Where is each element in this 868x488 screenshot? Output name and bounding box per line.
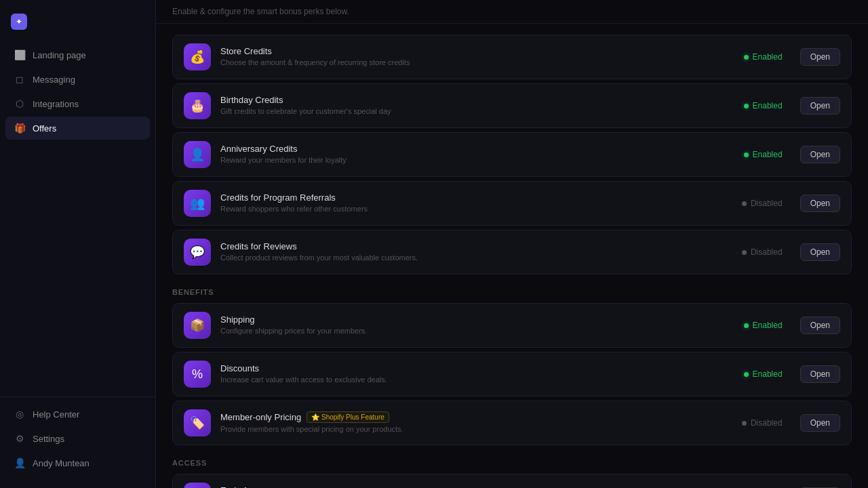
referral-credits-info: Credits for Program ReferralsReward shop… [220, 192, 719, 214]
early-access-icon: ⚡ [184, 483, 211, 488]
sidebar-item-help-center[interactable]: ◎ Help Center [5, 403, 150, 426]
access-list: ⚡Early AccessGive members the first pass… [172, 474, 852, 488]
anniversary-credits-title: Anniversary Credits [220, 144, 719, 154]
discounts-info: DiscountsIncrease cart value with access… [220, 363, 719, 385]
member-pricing-info: Member-only Pricing⭐ Shopify Plus Featur… [220, 411, 719, 434]
sidebar-item-label: Offers [33, 123, 56, 134]
birthday-credits-icon: 🎂 [184, 92, 211, 119]
access-section-header: ACCESS [172, 459, 852, 467]
referral-credits-desc: Reward shoppers who refer other customer… [220, 204, 719, 214]
benefits-list: 📦ShippingConfigure shipping prices for y… [172, 303, 852, 445]
birthday-credits-title: Birthday Credits [220, 95, 719, 105]
sidebar-item-label: Messaging [33, 75, 75, 85]
anniversary-credits-icon: 👤 [184, 141, 211, 168]
review-credits-status-dot [742, 250, 747, 255]
member-pricing-shopify-badge: ⭐ Shopify Plus Feature [307, 411, 389, 423]
sidebar-nav: ⬜ Landing page ◻ Messaging ⬡ Integration… [0, 41, 155, 396]
anniversary-credits-status: Enabled [728, 150, 783, 159]
sidebar-item-label: Help Center [33, 409, 79, 420]
help-icon: ◎ [14, 408, 26, 420]
feature-card-early-access: ⚡Early AccessGive members the first pass… [172, 474, 852, 488]
birthday-credits-info: Birthday CreditsGift credits to celebrat… [220, 95, 719, 117]
shipping-status-dot [744, 323, 749, 328]
discounts-status-text: Enabled [753, 369, 783, 379]
early-access-title: Early Access [220, 485, 719, 488]
anniversary-credits-status-text: Enabled [753, 150, 783, 159]
store-credits-title: Store Credits [220, 46, 719, 56]
main-content: Enable & configure the smart bonus perks… [156, 0, 868, 488]
shipping-title: Shipping [220, 314, 719, 325]
sidebar-item-offers[interactable]: 🎁 Offers [5, 117, 150, 140]
birthday-credits-open-button[interactable]: Open [800, 97, 840, 115]
referral-credits-status-dot [742, 201, 747, 206]
sidebar-item-label: Andy Muntean [33, 458, 90, 468]
sidebar-item-integrations[interactable]: ⬡ Integrations [5, 92, 150, 115]
shipping-status-text: Enabled [753, 321, 783, 330]
sidebar-item-label: Landing page [33, 50, 86, 60]
discounts-status-dot [744, 372, 749, 377]
credits-list: 💰Store CreditsChoose the amount & freque… [172, 35, 852, 274]
sidebar-item-landing-page[interactable]: ⬜ Landing page [5, 43, 150, 66]
store-credits-open-button[interactable]: Open [800, 48, 840, 66]
shipping-status: Enabled [728, 321, 783, 330]
benefits-section-header: BENEFITS [172, 288, 852, 296]
sidebar-item-label: Integrations [33, 99, 79, 109]
early-access-info: Early AccessGive members the first pass … [220, 485, 719, 488]
feature-card-shipping: 📦ShippingConfigure shipping prices for y… [172, 303, 852, 348]
integrations-icon: ⬡ [14, 98, 26, 110]
review-credits-info: Credits for ReviewsCollect product revie… [220, 241, 719, 263]
sidebar-item-user[interactable]: 👤 Andy Muntean [5, 451, 150, 474]
review-credits-open-button[interactable]: Open [800, 243, 840, 261]
birthday-credits-status-text: Enabled [753, 101, 783, 110]
birthday-credits-status-dot [744, 104, 749, 108]
offers-icon: 🎁 [14, 122, 26, 134]
top-bar: Enable & configure the smart bonus perks… [156, 0, 868, 24]
discounts-open-button[interactable]: Open [800, 365, 840, 383]
birthday-credits-status: Enabled [728, 101, 783, 110]
discounts-icon: % [184, 361, 211, 388]
review-credits-status-text: Disabled [751, 247, 783, 257]
sidebar: ✦ ⬜ Landing page ◻ Messaging ⬡ Integrati… [0, 0, 156, 488]
sidebar-item-settings[interactable]: ⚙ Settings [5, 427, 150, 450]
feature-card-referral-credits: 👥Credits for Program ReferralsReward sho… [172, 181, 852, 226]
content-area: 💰Store CreditsChoose the amount & freque… [156, 24, 868, 488]
member-pricing-status-text: Disabled [751, 418, 783, 428]
store-credits-icon: 💰 [184, 43, 211, 70]
store-credits-status-dot [744, 55, 749, 60]
store-credits-info: Store CreditsChoose the amount & frequen… [220, 46, 719, 68]
store-credits-desc: Choose the amount & frequency of recurri… [220, 58, 719, 68]
discounts-title: Discounts [220, 363, 719, 373]
logo-icon: ✦ [11, 14, 27, 30]
referral-credits-icon: 👥 [184, 190, 211, 217]
referral-credits-title: Credits for Program Referrals [220, 192, 719, 203]
sidebar-item-messaging[interactable]: ◻ Messaging [5, 68, 150, 91]
feature-card-member-pricing: 🏷️Member-only Pricing⭐ Shopify Plus Feat… [172, 401, 852, 445]
feature-card-anniversary-credits: 👤Anniversary CreditsReward your members … [172, 132, 852, 177]
anniversary-credits-desc: Reward your members for their loyalty [220, 155, 719, 165]
member-pricing-icon: 🏷️ [184, 409, 211, 436]
member-pricing-status: Disabled [728, 418, 783, 428]
shipping-info: ShippingConfigure shipping prices for yo… [220, 314, 719, 336]
referral-credits-status: Disabled [728, 199, 783, 208]
discounts-desc: Increase cart value with access to exclu… [220, 375, 719, 385]
member-pricing-open-button[interactable]: Open [800, 414, 840, 432]
sidebar-bottom: ◎ Help Center ⚙ Settings 👤 Andy Muntean [0, 396, 155, 480]
anniversary-credits-info: Anniversary CreditsReward your members f… [220, 144, 719, 165]
referral-credits-status-text: Disabled [751, 199, 783, 208]
feature-card-birthday-credits: 🎂Birthday CreditsGift credits to celebra… [172, 83, 852, 128]
sidebar-logo: ✦ [0, 8, 155, 41]
shipping-desc: Configure shipping prices for your membe… [220, 326, 719, 336]
member-pricing-title: Member-only Pricing⭐ Shopify Plus Featur… [220, 411, 719, 423]
anniversary-credits-status-dot [744, 152, 749, 157]
store-credits-status: Enabled [728, 52, 783, 62]
feature-card-discounts: %DiscountsIncrease cart value with acces… [172, 352, 852, 396]
discounts-status: Enabled [728, 369, 783, 379]
anniversary-credits-open-button[interactable]: Open [800, 146, 840, 163]
shipping-icon: 📦 [184, 312, 211, 339]
member-pricing-status-dot [742, 421, 747, 426]
shipping-open-button[interactable]: Open [800, 317, 840, 334]
referral-credits-open-button[interactable]: Open [800, 195, 840, 212]
messaging-icon: ◻ [14, 73, 26, 85]
sidebar-item-label: Settings [33, 434, 64, 444]
settings-icon: ⚙ [14, 432, 26, 445]
